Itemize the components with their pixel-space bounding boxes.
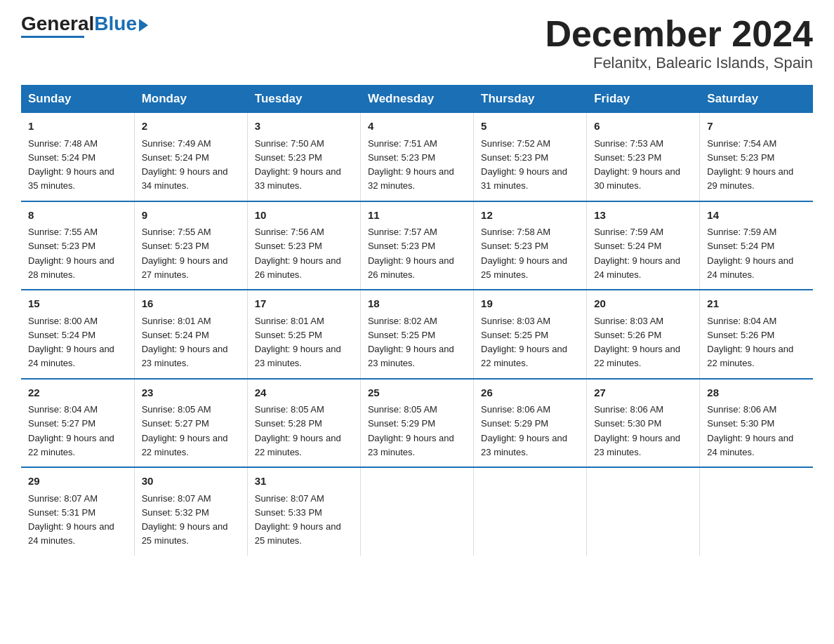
table-row: 18Sunrise: 8:02 AMSunset: 5:25 PMDayligh… bbox=[360, 290, 473, 379]
table-row: 23Sunrise: 8:05 AMSunset: 5:27 PMDayligh… bbox=[134, 379, 247, 468]
day-number: 30 bbox=[142, 474, 240, 490]
day-info: Sunrise: 7:52 AMSunset: 5:23 PMDaylight:… bbox=[481, 138, 567, 192]
day-info: Sunrise: 7:55 AMSunset: 5:23 PMDaylight:… bbox=[28, 227, 114, 280]
calendar-title-block: December 2024 Felanitx, Balearic Islands… bbox=[545, 14, 813, 72]
logo-triangle-icon bbox=[139, 19, 148, 32]
table-row: 31Sunrise: 8:07 AMSunset: 5:33 PMDayligh… bbox=[247, 467, 360, 556]
logo: GeneralBlue bbox=[21, 14, 148, 38]
day-info: Sunrise: 7:51 AMSunset: 5:23 PMDaylight:… bbox=[368, 138, 454, 192]
table-row: 4Sunrise: 7:51 AMSunset: 5:23 PMDaylight… bbox=[360, 113, 473, 201]
day-info: Sunrise: 8:05 AMSunset: 5:27 PMDaylight:… bbox=[142, 404, 228, 457]
col-monday: Monday bbox=[134, 85, 247, 113]
day-number: 25 bbox=[368, 385, 466, 401]
day-number: 14 bbox=[707, 208, 806, 224]
logo-general: General bbox=[21, 13, 94, 34]
calendar-week-row: 15Sunrise: 8:00 AMSunset: 5:24 PMDayligh… bbox=[21, 290, 813, 379]
table-row: 5Sunrise: 7:52 AMSunset: 5:23 PMDaylight… bbox=[474, 113, 587, 201]
calendar-header-row: Sunday Monday Tuesday Wednesday Thursday… bbox=[21, 85, 813, 113]
day-number: 27 bbox=[594, 385, 692, 401]
day-number: 29 bbox=[28, 474, 127, 490]
calendar-title: December 2024 bbox=[545, 14, 813, 54]
calendar-week-row: 22Sunrise: 8:04 AMSunset: 5:27 PMDayligh… bbox=[21, 379, 813, 468]
day-number: 15 bbox=[28, 296, 127, 312]
day-info: Sunrise: 8:03 AMSunset: 5:26 PMDaylight:… bbox=[594, 316, 680, 369]
table-row bbox=[587, 467, 700, 556]
table-row: 27Sunrise: 8:06 AMSunset: 5:30 PMDayligh… bbox=[587, 379, 700, 468]
day-info: Sunrise: 7:57 AMSunset: 5:23 PMDaylight:… bbox=[368, 227, 454, 280]
table-row: 1Sunrise: 7:48 AMSunset: 5:24 PMDaylight… bbox=[21, 113, 134, 201]
day-info: Sunrise: 7:48 AMSunset: 5:24 PMDaylight:… bbox=[28, 138, 114, 192]
day-info: Sunrise: 7:55 AMSunset: 5:23 PMDaylight:… bbox=[142, 227, 228, 280]
day-number: 10 bbox=[255, 208, 353, 224]
day-number: 9 bbox=[142, 208, 240, 224]
day-info: Sunrise: 8:05 AMSunset: 5:28 PMDaylight:… bbox=[255, 404, 341, 457]
table-row: 7Sunrise: 7:54 AMSunset: 5:23 PMDaylight… bbox=[700, 113, 813, 201]
col-thursday: Thursday bbox=[474, 85, 587, 113]
day-number: 19 bbox=[481, 296, 579, 312]
day-info: Sunrise: 8:06 AMSunset: 5:30 PMDaylight:… bbox=[594, 404, 680, 457]
day-info: Sunrise: 7:59 AMSunset: 5:24 PMDaylight:… bbox=[594, 227, 680, 280]
table-row: 20Sunrise: 8:03 AMSunset: 5:26 PMDayligh… bbox=[587, 290, 700, 379]
day-number: 20 bbox=[594, 296, 692, 312]
day-number: 12 bbox=[481, 208, 579, 224]
day-number: 6 bbox=[594, 119, 692, 135]
day-number: 22 bbox=[28, 385, 127, 401]
col-friday: Friday bbox=[587, 85, 700, 113]
table-row: 8Sunrise: 7:55 AMSunset: 5:23 PMDaylight… bbox=[21, 201, 134, 290]
calendar-week-row: 1Sunrise: 7:48 AMSunset: 5:24 PMDaylight… bbox=[21, 113, 813, 201]
day-number: 17 bbox=[255, 296, 353, 312]
table-row: 21Sunrise: 8:04 AMSunset: 5:26 PMDayligh… bbox=[700, 290, 813, 379]
day-number: 3 bbox=[255, 119, 353, 135]
day-info: Sunrise: 8:04 AMSunset: 5:27 PMDaylight:… bbox=[28, 404, 114, 457]
col-tuesday: Tuesday bbox=[247, 85, 360, 113]
day-info: Sunrise: 8:07 AMSunset: 5:31 PMDaylight:… bbox=[28, 493, 114, 546]
day-info: Sunrise: 7:58 AMSunset: 5:23 PMDaylight:… bbox=[481, 227, 567, 280]
day-info: Sunrise: 7:53 AMSunset: 5:23 PMDaylight:… bbox=[594, 138, 680, 192]
table-row: 15Sunrise: 8:00 AMSunset: 5:24 PMDayligh… bbox=[21, 290, 134, 379]
page-header: GeneralBlue December 2024 Felanitx, Bale… bbox=[21, 14, 813, 72]
day-number: 18 bbox=[368, 296, 466, 312]
table-row: 28Sunrise: 8:06 AMSunset: 5:30 PMDayligh… bbox=[700, 379, 813, 468]
day-number: 1 bbox=[28, 119, 127, 135]
day-number: 11 bbox=[368, 208, 466, 224]
day-info: Sunrise: 8:03 AMSunset: 5:25 PMDaylight:… bbox=[481, 316, 567, 369]
day-info: Sunrise: 8:07 AMSunset: 5:33 PMDaylight:… bbox=[255, 493, 341, 546]
table-row: 22Sunrise: 8:04 AMSunset: 5:27 PMDayligh… bbox=[21, 379, 134, 468]
table-row bbox=[700, 467, 813, 556]
day-number: 5 bbox=[481, 119, 579, 135]
day-info: Sunrise: 7:50 AMSunset: 5:23 PMDaylight:… bbox=[255, 138, 341, 192]
table-row: 11Sunrise: 7:57 AMSunset: 5:23 PMDayligh… bbox=[360, 201, 473, 290]
col-saturday: Saturday bbox=[700, 85, 813, 113]
day-number: 4 bbox=[368, 119, 466, 135]
table-row: 29Sunrise: 8:07 AMSunset: 5:31 PMDayligh… bbox=[21, 467, 134, 556]
day-number: 26 bbox=[481, 385, 579, 401]
day-info: Sunrise: 7:54 AMSunset: 5:23 PMDaylight:… bbox=[707, 138, 793, 192]
day-info: Sunrise: 8:02 AMSunset: 5:25 PMDaylight:… bbox=[368, 316, 454, 369]
day-info: Sunrise: 8:01 AMSunset: 5:24 PMDaylight:… bbox=[142, 316, 228, 369]
day-info: Sunrise: 8:00 AMSunset: 5:24 PMDaylight:… bbox=[28, 316, 114, 369]
table-row: 13Sunrise: 7:59 AMSunset: 5:24 PMDayligh… bbox=[587, 201, 700, 290]
day-info: Sunrise: 8:04 AMSunset: 5:26 PMDaylight:… bbox=[707, 316, 793, 369]
day-number: 31 bbox=[255, 474, 353, 490]
day-number: 23 bbox=[142, 385, 240, 401]
table-row: 12Sunrise: 7:58 AMSunset: 5:23 PMDayligh… bbox=[474, 201, 587, 290]
col-wednesday: Wednesday bbox=[360, 85, 473, 113]
day-info: Sunrise: 7:59 AMSunset: 5:24 PMDaylight:… bbox=[707, 227, 793, 280]
day-info: Sunrise: 8:07 AMSunset: 5:32 PMDaylight:… bbox=[142, 493, 228, 546]
table-row: 2Sunrise: 7:49 AMSunset: 5:24 PMDaylight… bbox=[134, 113, 247, 201]
day-info: Sunrise: 8:01 AMSunset: 5:25 PMDaylight:… bbox=[255, 316, 341, 369]
day-number: 2 bbox=[142, 119, 240, 135]
table-row: 30Sunrise: 8:07 AMSunset: 5:32 PMDayligh… bbox=[134, 467, 247, 556]
table-row: 16Sunrise: 8:01 AMSunset: 5:24 PMDayligh… bbox=[134, 290, 247, 379]
table-row: 14Sunrise: 7:59 AMSunset: 5:24 PMDayligh… bbox=[700, 201, 813, 290]
day-number: 13 bbox=[594, 208, 692, 224]
calendar-week-row: 8Sunrise: 7:55 AMSunset: 5:23 PMDaylight… bbox=[21, 201, 813, 290]
table-row: 6Sunrise: 7:53 AMSunset: 5:23 PMDaylight… bbox=[587, 113, 700, 201]
calendar-subtitle: Felanitx, Balearic Islands, Spain bbox=[545, 54, 813, 72]
table-row bbox=[360, 467, 473, 556]
table-row: 3Sunrise: 7:50 AMSunset: 5:23 PMDaylight… bbox=[247, 113, 360, 201]
table-row: 24Sunrise: 8:05 AMSunset: 5:28 PMDayligh… bbox=[247, 379, 360, 468]
day-number: 21 bbox=[707, 296, 806, 312]
col-sunday: Sunday bbox=[21, 85, 134, 113]
logo-underline bbox=[21, 36, 84, 38]
